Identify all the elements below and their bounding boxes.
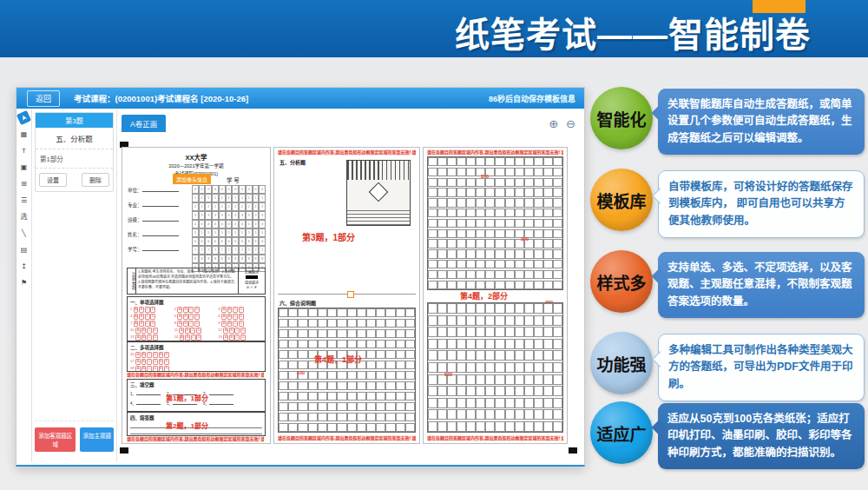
feature-label: 智能化 (596, 107, 646, 130)
answer-area-warning: 请在各题目的答题区域内作答,超出黑色矩形边框限定区域的答案无效! 请在各题目的答… (127, 372, 264, 378)
question-item: 17ABCDEF (130, 359, 262, 365)
char-count-marker-500: 500 (444, 372, 452, 377)
correct-fill-sample (246, 275, 258, 279)
line-tool-icon[interactable]: ╲ (18, 228, 30, 239)
choice-tool-icon[interactable]: 选 (18, 211, 30, 222)
answer-area-warning: 请在各题目的答题区域内作答,超出黑色矩形边框限定区域的答案无效! 请在各题目的答… (427, 435, 563, 441)
page-banner: 纸笔考试——智能制卷 (0, 0, 868, 57)
question-card-header: 第3题 (36, 113, 113, 128)
feature-text: 多种编辑工具可制作出各种类型美观大方的答题纸，可导出为PDF文件用于印刷。 (668, 342, 854, 393)
feature-row-template-library: 模板库 自带模板库，可将设计好的答题纸保存到模板库内， 即可自用也可以共享方便其… (589, 169, 868, 238)
question-panel: 第3题 五、分析题 第1部分 设置 删除 添加客观题区域 添加主观题 (32, 109, 117, 462)
answer-area-warning: 请在各题目的答题区域内作答,超出黑色矩形边框限定区域的答案无效! 请在各题目的答… (278, 149, 416, 156)
student-fields: 单位： 专业： 班级： 姓名： 学号： (128, 186, 179, 260)
page-title: 纸笔考试——智能制卷 (455, 7, 811, 57)
question-item: 3ABCD (218, 307, 262, 313)
feature-bubble: 自带模板库，可将设计好的答题纸保存到模板库内， 即可自用也可以共享方便其他教师使… (658, 170, 865, 238)
notice-text: 1.答题前,考生须将姓名、专业、班级、学号填写清楚。2.选择题必须使用2B铅笔填… (136, 268, 238, 294)
question-item: 11ABCD (174, 328, 219, 334)
settings-button[interactable]: 设置 (39, 173, 67, 187)
composition-grid (427, 156, 563, 290)
delete-button[interactable]: 删除 (82, 173, 109, 187)
question-item: 4ABCD (130, 314, 174, 320)
tab-sheet-a-front[interactable]: A卷正面 (122, 115, 166, 132)
multi-choice-section: 二、多项选择题 16ABCDEF17ABCDEF18ABCDEF19ABCDEF… (127, 341, 266, 372)
image-tool-icon[interactable]: ▣ (18, 162, 30, 173)
question-item: 7ABCD (130, 321, 174, 327)
question-part-label: 第1部分 (36, 149, 113, 169)
feature-row-many-styles: 样式多 支持单选、多选、不定项选择，以及客观题、主观题任意混排，不限制客观题答案… (589, 250, 868, 318)
exam-page-1: XX大学 2020—2021学年第一学期 考试课程(02001001) 添加卷头… (122, 147, 271, 444)
feature-bubble: 多种编辑工具可制作出各种类型美观大方的答题纸，可导出为PDF文件用于印刷。 (658, 334, 865, 401)
add-objective-button[interactable]: 添加客观题区域 (35, 427, 76, 452)
tool-rail: ➤▦T▣⊞☰选╲▤↥⚑ (16, 109, 32, 462)
feature-row-powerful: 功能强 多种编辑工具可制作出各种类型美观大方的答题纸，可导出为PDF文件用于印刷… (589, 332, 868, 401)
question-item: 12ABCD (218, 328, 262, 334)
registration-mark (120, 447, 128, 454)
feature-bubble: 支持单选、多选、不定项选择，以及客观题、主观题任意混排，不限制客观题答案选项的数… (658, 252, 865, 318)
selection-handle[interactable] (347, 291, 354, 298)
single-choice-section: 一、单项选择题 1ABCD2ABCD3ABCD4ABCD5ABCD6ABCD7A… (127, 296, 266, 341)
feature-circle: 功能强 (590, 332, 653, 394)
feature-text: 关联智能题库自动生成答题纸，或简单设置几个参数便可自动生成答题纸，生成答题纸之后… (667, 96, 855, 147)
multi-choice-grid: 16ABCDEF17ABCDEF18ABCDEF19ABCDEF20ABCDEF (128, 352, 265, 372)
question1-overlay: 第1题，1部分 (166, 393, 208, 402)
app-window: 返回 考试课程：(02001001)考试课程名 [2020-10-26] 86秒… (16, 87, 585, 467)
term-label: 2020—2021学年第一学期 (122, 162, 270, 169)
section-divider-line (278, 294, 416, 295)
question3-overlay: 第3题，1部分 (302, 230, 355, 243)
zoom-in-icon[interactable]: ⊕ (549, 118, 558, 129)
exam-page-2: 请在各题目的答题区域内作答,超出黑色矩形边框限定区域的答案无效! 请在各题目的答… (273, 147, 420, 444)
zoom-out-icon[interactable]: ⊖ (566, 118, 575, 129)
question-type-label: 五、分析题 (36, 128, 113, 149)
flag-tool-icon[interactable]: ⚑ (18, 277, 30, 288)
analysis-section-title: 五、分析题 (279, 158, 306, 166)
answer-area-warning: 请在各题目的答题区域内作答,超出黑色矩形边框限定区域的答案无效! 请在各题目的答… (127, 436, 264, 442)
short-answer-section: 四、简答题 第2题，1部分 (127, 412, 266, 436)
question-item: 18ABCDEF (130, 366, 262, 372)
components-tool-icon[interactable]: ▦ (18, 129, 30, 140)
list-tool-icon[interactable]: ☰ (18, 195, 30, 206)
notice-title: 注意事项 (128, 268, 136, 294)
question-item: 14ABCD (174, 334, 219, 341)
design-canvas: A卷正面 ⊕ ⊖ XX大学 2020—2021学年第一学期 考试课程(02001… (117, 109, 584, 462)
char-count-marker-300: 300 (521, 236, 529, 242)
feature-label: 样式多 (596, 270, 646, 294)
feature-circle: 模板库 (590, 169, 653, 231)
picture-tool-icon[interactable]: ▤ (18, 244, 30, 255)
question2-overlay: 第2题，1部分 (166, 420, 208, 430)
add-subjective-button[interactable]: 添加主观题 (80, 427, 114, 452)
export-tool-icon[interactable]: ↥ (18, 261, 30, 272)
question-item: 16ABCDEF (130, 352, 262, 358)
feature-text: 支持单选、多选、不定项选择，以及客观题、主观题任意混排，不限制客观题答案选项的数… (667, 260, 855, 310)
feature-bubble: 关联智能题库自动生成答题纸，或简单设置几个参数便可自动生成答题纸，生成答题纸之后… (658, 89, 865, 155)
composite-section-title: 六、综合说明题 (279, 299, 316, 307)
notice-box: 注意事项 1.答题前,考生须将姓名、专业、班级、学号填写清楚。2.选择题必须使用… (127, 268, 266, 295)
feature-circle: 智能化 (590, 87, 653, 149)
question-item: 9ABCD (218, 321, 262, 327)
back-button[interactable]: 返回 (27, 90, 60, 107)
feature-label: 模板库 (596, 189, 646, 212)
question4-part2-overlay: 第4题，2部分 (460, 290, 508, 301)
course-title: 考试课程：(02001001)考试课程名 [2020-10-26] (74, 92, 248, 104)
question-item: 5ABCD (174, 314, 219, 320)
cursor-tool-icon[interactable]: ➤ (16, 110, 31, 125)
question4-part1-overlay: 第4题，1部分 (314, 354, 362, 365)
question-item: 2ABCD (174, 307, 219, 313)
autosave-status: 86秒后自动保存模板信息 (489, 93, 575, 104)
question-card: 第3题 五、分析题 第1部分 设置 删除 (35, 112, 114, 192)
add-header-info-button[interactable]: 添加卷头信息 (173, 174, 211, 184)
app-titlebar: 返回 考试课程：(02001001)考试课程名 [2020-10-26] 86秒… (16, 88, 584, 109)
char-count-marker-200: 200 (481, 174, 489, 179)
question-item: 10ABCD (130, 328, 174, 334)
feature-row-wide-adaptability: 适应广 适应从50克到100克各类纸张；适应打印机打印、油墨印刷、胶印、彩印等各… (589, 401, 868, 469)
question-item: 15ABCD (218, 334, 262, 341)
banner-accent-bar (753, 0, 806, 13)
question-item: 6ABCD (218, 314, 262, 320)
feature-row-intelligent: 智能化 关联智能题库自动生成答题纸，或简单设置几个参数便可自动生成答题纸，生成答… (589, 87, 868, 155)
text-tool-icon[interactable]: T (18, 145, 30, 156)
composition-grid (427, 302, 563, 433)
feature-bubble: 适应从50克到100克各类纸张；适应打印机打印、油墨印刷、胶印、彩印等各种印刷方… (658, 403, 865, 469)
answer-area-warning: 请在各题目的答题区域内作答,超出黑色矩形边框限定区域的答案无效! 请在各题目的答… (427, 149, 563, 156)
table-tool-icon[interactable]: ⊞ (18, 178, 30, 189)
